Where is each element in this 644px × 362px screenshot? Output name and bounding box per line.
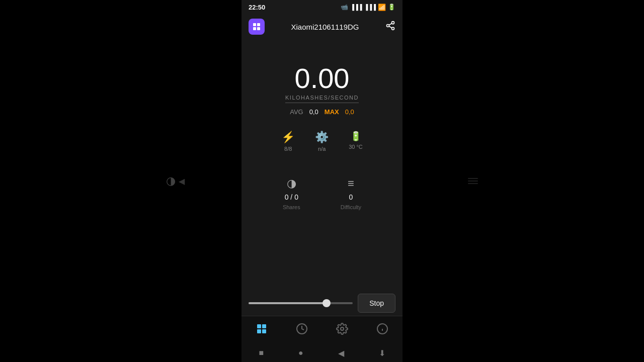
video-icon: 📹 — [341, 4, 348, 11]
nav-mining[interactable] — [256, 323, 268, 338]
max-label: MAX — [325, 108, 339, 116]
difficulty-icon: ≡ — [348, 177, 354, 190]
mining-slider[interactable] — [249, 302, 353, 304]
signal-icon: ▐▐▐ — [350, 4, 362, 10]
hashrate-unit: KILOHASHES/SECOND — [285, 95, 359, 103]
svg-point-10 — [341, 327, 344, 330]
hashrate-section: 0.00 KILOHASHES/SECOND AVG 0,0 MAX 0,0 — [285, 64, 359, 116]
stop-button[interactable]: Stop — [358, 294, 395, 313]
temp-value: 30 °C — [349, 144, 363, 150]
algo-value: n/a — [318, 146, 326, 152]
mining-nav-icon — [256, 323, 268, 338]
status-icons: 📹 ▐▐▐ ▐▐▐ 📶 🔋 — [341, 4, 395, 11]
status-time: 22:50 — [249, 4, 265, 11]
share-button[interactable] — [385, 21, 395, 33]
android-home-btn[interactable]: ● — [298, 348, 303, 357]
signal2-icon: ▐▐▐ — [364, 4, 376, 10]
nav-history[interactable] — [296, 323, 308, 338]
lightning-icon: ⚡ — [281, 131, 295, 144]
difficulty-label: Difficulty — [341, 204, 361, 210]
svg-line-3 — [389, 26, 392, 28]
app-title: Xiaomi21061119DG — [291, 23, 359, 31]
slider-fill — [249, 302, 327, 304]
hashrate-avg-max: AVG 0,0 MAX 0,0 — [290, 108, 354, 116]
app-logo — [249, 19, 265, 35]
shares-value: 0 / 0 — [285, 193, 298, 201]
control-row: Stop — [242, 291, 403, 316]
wifi-icon: 📶 — [378, 4, 386, 11]
logo-dots — [253, 23, 260, 30]
svg-point-1 — [387, 24, 389, 27]
svg-line-4 — [389, 23, 392, 25]
history-nav-icon — [296, 323, 308, 338]
stat-temp: 🔋 30 °C — [349, 131, 363, 152]
main-content: 0.00 KILOHASHES/SECOND AVG 0,0 MAX 0,0 ⚡… — [242, 39, 403, 291]
status-bar: 22:50 📹 ▐▐▐ ▐▐▐ 📶 🔋 — [242, 0, 403, 14]
svg-rect-8 — [262, 329, 266, 333]
svg-rect-6 — [262, 324, 266, 328]
info-nav-icon — [376, 323, 388, 338]
phone-frame: 22:50 📹 ▐▐▐ ▐▐▐ 📶 🔋 Xiaomi21061119DG — [242, 0, 403, 362]
nav-settings[interactable] — [336, 323, 348, 338]
stat-algo: ⚙️ n/a — [315, 131, 329, 152]
app-header: Xiaomi21061119DG — [242, 14, 403, 39]
max-value: 0,0 — [345, 108, 354, 116]
android-square-btn[interactable]: ■ — [259, 348, 264, 357]
difficulty-value: 0 — [349, 193, 353, 201]
android-nav: ■ ● ◀ ⬇ — [242, 344, 403, 362]
settings-nav-icon — [336, 323, 348, 338]
android-back-btn[interactable]: ◀ — [338, 348, 344, 358]
svg-rect-7 — [257, 329, 261, 333]
hashrate-value: 0.00 — [294, 64, 349, 93]
difficulty-item: ≡ 0 Difficulty — [341, 177, 361, 210]
stats-row: ⚡ 8/8 ⚙️ n/a 🔋 30 °C — [281, 131, 363, 152]
battery-stat-icon: 🔋 — [350, 131, 361, 142]
svg-point-2 — [392, 27, 394, 30]
slider-thumb[interactable] — [323, 299, 331, 307]
shares-label: Shares — [283, 204, 300, 210]
svg-point-0 — [392, 21, 394, 24]
threads-value: 8/8 — [284, 146, 292, 152]
svg-rect-5 — [257, 324, 261, 328]
android-down-btn[interactable]: ⬇ — [379, 348, 385, 358]
avg-label: AVG — [290, 108, 303, 116]
nav-info[interactable] — [376, 323, 388, 338]
shares-item: ◑ 0 / 0 Shares — [283, 177, 300, 210]
avg-value: 0,0 — [309, 108, 318, 116]
gear-icon: ⚙️ — [315, 131, 329, 144]
stat-threads: ⚡ 8/8 — [281, 131, 295, 152]
shares-icon: ◑ — [287, 177, 296, 190]
bottom-nav — [242, 316, 403, 344]
battery-icon: 🔋 — [388, 4, 395, 11]
shares-section: ◑ 0 / 0 Shares ≡ 0 Difficulty — [283, 177, 361, 210]
